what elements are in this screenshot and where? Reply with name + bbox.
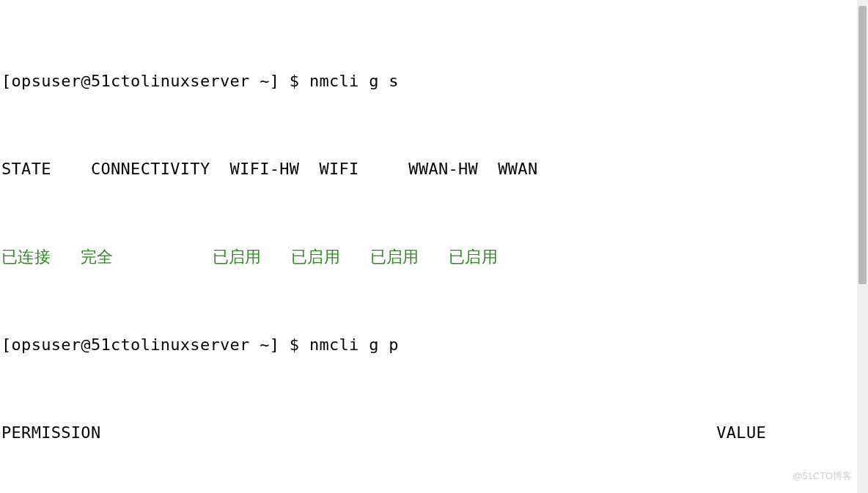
- terminal-pane[interactable]: [opsuser@51ctolinuxserver ~] $ nmcli g s…: [0, 0, 868, 493]
- prompt-line-1: [opsuser@51ctolinuxserver ~] $ nmcli g s: [1, 70, 868, 92]
- prompt-open: [: [1, 72, 12, 90]
- status-header-row: STATE CONNECTIVITY WIFI-HW WIFI WWAN-HW …: [1, 158, 868, 180]
- watermark-text: @51CTO博客: [792, 465, 852, 487]
- prompt-line-2: [opsuser@51ctolinuxserver ~] $ nmcli g p: [1, 334, 868, 356]
- status-value-row: 已连接 完全 已启用 已启用 已启用 已启用: [1, 246, 868, 268]
- prompt-dollar: $: [279, 336, 309, 354]
- prompt-tilde: ~: [250, 336, 270, 354]
- permissions-header: PERMISSION VALUE: [1, 422, 868, 444]
- prompt-close: ]: [270, 72, 280, 90]
- scrollbar-thumb[interactable]: [858, 6, 867, 284]
- command-text: nmcli g s: [309, 72, 399, 90]
- prompt-userhost: opsuser@51ctolinuxserver: [12, 72, 250, 90]
- prompt-userhost: opsuser@51ctolinuxserver: [12, 336, 250, 354]
- prompt-tilde: ~: [250, 72, 270, 90]
- prompt-dollar: $: [279, 72, 309, 90]
- prompt-close: ]: [270, 336, 280, 354]
- prompt-open: [: [1, 336, 12, 354]
- command-text: nmcli g p: [309, 336, 399, 354]
- scrollbar-track[interactable]: [857, 0, 868, 493]
